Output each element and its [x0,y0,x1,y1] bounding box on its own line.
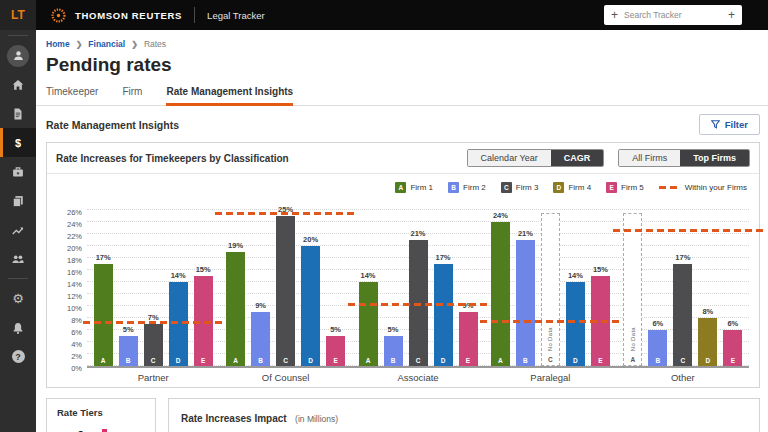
y-tick-label: 24% [67,220,82,229]
y-tick-label: 14% [67,280,82,289]
filter-button[interactable]: Filter [699,114,760,135]
x-axis-label: Paralegal [484,368,616,383]
bar-b[interactable]: 5%B [384,336,403,366]
bar-a[interactable]: 17%A [94,264,113,366]
brand-name: THOMSON REUTERS [75,10,182,21]
breadcrumb-home[interactable]: Home [46,39,70,49]
app-logo[interactable]: LT [0,0,36,30]
y-tick-label: 4% [71,340,82,349]
tab-timekeeper[interactable]: Timekeeper [46,86,98,105]
bottom-row: Rate Tiers 1 Rate Increases Impact (in M… [46,398,760,432]
within-your-firms-line [83,321,223,324]
page-title: Pending rates [46,54,768,76]
toggle-top-firms[interactable]: Top Firms [680,150,749,166]
sidebar-item-people[interactable] [0,244,36,273]
within-your-firms-line [613,229,763,232]
bar-letter: D [301,357,320,364]
bar-a-no-data[interactable]: No DataA [623,213,642,366]
bar-b[interactable]: 5%B [119,336,138,366]
bar-c[interactable]: 7%C [144,324,163,366]
toggle-all-firms[interactable]: All Firms [619,150,680,166]
sidebar-item-notifications[interactable] [0,313,36,342]
bar-letter: D [434,357,453,364]
bar-b[interactable]: 9%B [251,312,270,366]
bar-letter: D [698,357,717,364]
bar-letter: C [673,357,692,364]
no-data-label: No Data [547,327,553,351]
sidebar: LT $ ⚙? [0,0,36,432]
bar-d[interactable]: 17%D [434,264,453,366]
legend-label: Firm 4 [568,183,591,192]
bar-c-no-data[interactable]: No DataC [541,213,560,366]
y-tick-label: 20% [67,244,82,253]
bar-e[interactable]: 9%E [459,312,478,366]
sidebar-item-financial[interactable]: $ [0,128,36,157]
bar-letter: C [144,357,163,364]
bar-value-label: 19% [218,241,253,250]
sidebar-item-news[interactable] [0,186,36,215]
tab-rate-management-insights[interactable]: Rate Management Insights [166,86,293,106]
legend-item-b: BFirm 2 [448,182,486,193]
bar-letter: E [459,357,478,364]
sidebar-item-help[interactable]: ? [0,342,36,371]
toggle-group-0: Calendar YearCAGR [467,149,605,167]
rate-tiers-title: Rate Tiers [57,407,145,418]
x-axis-labels: PartnerOf CounselAssociateParalegalOther [87,368,749,383]
rate-increases-impact-card: Rate Increases Impact (in Millions) Tier… [168,398,760,432]
bar-value-label: 14% [351,271,386,280]
people-icon [11,252,25,266]
toggle-group-1: All FirmsTop Firms [618,149,750,167]
bar-e[interactable]: 6%E [723,330,742,366]
bar-group-partner: 17%A5%B7%C14%D15%E [87,200,219,366]
sidebar-divider [8,278,28,279]
search-input[interactable]: + Search Tracker + [604,5,742,25]
sidebar-item-vendors[interactable] [0,157,36,186]
sidebar-item-documents[interactable] [0,99,36,128]
bar-value-label: 15% [186,265,221,274]
bar-value-label: 17% [86,253,121,262]
bar-a[interactable]: 14%A [359,282,378,366]
quick-add-icon[interactable]: + [728,9,735,21]
search-plus-icon[interactable]: + [611,9,618,21]
bar-value-label: 5% [376,325,411,334]
avatar [7,45,29,67]
search-placeholder: Search Tracker [624,10,728,20]
sidebar-item-home[interactable] [0,70,36,99]
legend-label: Firm 2 [463,183,486,192]
top-bar: THOMSON REUTERS Legal Tracker + Search T… [36,0,768,30]
bar-a[interactable]: 24%A [491,222,510,366]
bar-value-label: 20% [293,235,328,244]
bar-value-label: 5% [111,325,146,334]
impact-title: Rate Increases Impact [181,413,287,424]
breadcrumb-financial[interactable]: Financial [88,39,125,49]
bar-value-label: 6% [715,319,750,328]
bar-letter: A [359,357,378,364]
bar-letter: A [624,356,641,363]
bar-b[interactable]: 6%B [648,330,667,366]
legend-item-a: AFirm 1 [395,182,433,193]
bar-d[interactable]: 14%D [169,282,188,366]
tab-firm[interactable]: Firm [122,86,142,105]
sidebar-item-analytics[interactable] [0,215,36,244]
filter-label: Filter [725,119,748,130]
sidebar-item-settings[interactable]: ⚙ [0,284,36,313]
bar-d[interactable]: 14%D [566,282,585,366]
bar-group-other: No DataA6%B17%C8%D6%E [617,200,749,366]
bar-d[interactable]: 20%D [301,246,320,366]
legend-swatch-c: C [501,182,512,193]
plot-area: 17%A5%B7%C14%D15%E19%A9%B25%C20%D5%E14%A… [87,200,749,368]
bell-icon [11,321,25,335]
bar-value-label: 15% [583,265,618,274]
toggle-calendar-year[interactable]: Calendar Year [468,150,551,166]
bar-letter: B [251,357,270,364]
legend-label: Firm 1 [410,183,433,192]
sidebar-item-profile[interactable] [0,41,36,70]
impact-card-header: Rate Increases Impact (in Millions) [169,399,759,432]
bar-e[interactable]: 5%E [326,336,345,366]
bar-b[interactable]: 21%B [516,240,535,366]
legend-swatch-d: D [553,182,564,193]
toggle-cagr[interactable]: CAGR [551,150,604,166]
y-axis: 0%2%4%6%8%10%12%14%16%18%20%22%24%26% [57,200,87,368]
bar-value-label: 24% [483,211,518,220]
chart-legend: AFirm 1BFirm 2CFirm 3DFirm 4EFirm 5Withi… [57,176,749,200]
